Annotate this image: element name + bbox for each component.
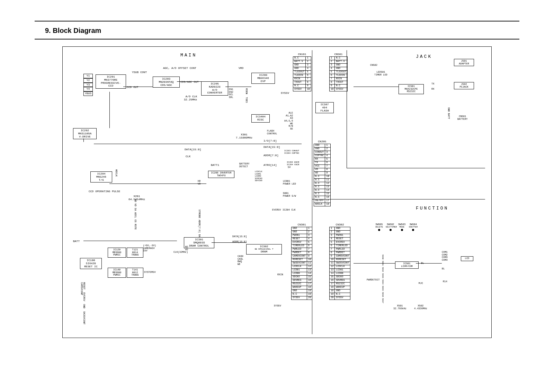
seg-lines: SEG0 SEG1 SEG2 SEG3 SEG4 SEG5 SEG6 SEG7 xyxy=(381,255,384,303)
sys5v-b: SYS5V xyxy=(274,305,281,308)
ic501-func: IC501 LCOM/COM xyxy=(395,261,419,269)
ic304-box: IC3404 RISC xyxy=(251,114,270,123)
flash-ctrl: FLASH CONTROL xyxy=(267,130,277,135)
bottom-sigs: RESET EVCR5V GND SK35VCONT CAMSVCONT xyxy=(80,282,85,338)
ic307-pins: ALE A1,A2 A3 A4,5,6 WE R/B SE xyxy=(284,112,293,131)
ic201-desc: PROGRESSIVE- CCD xyxy=(97,82,125,88)
addr-bus: ADDR[7:0] xyxy=(263,154,278,157)
t121-box: T121 H014 TRANS xyxy=(127,248,143,258)
le001: LE001 POWER LED xyxy=(283,180,296,185)
batt1: BATT1 xyxy=(211,164,219,167)
s001: S001 POWER S/W xyxy=(283,192,296,197)
ysub-cont: YSUB CONT xyxy=(132,71,147,74)
ic120-box: IC120 MB3800 PWMIC xyxy=(108,248,126,258)
ic208-top-sigs: EN1 EN2 SCL SDL xyxy=(229,88,233,99)
divider-func-top xyxy=(312,199,485,199)
vrd: VRD xyxy=(239,67,243,70)
agc-offset: AGC, A/D OFFSET CONT xyxy=(163,67,196,70)
ic203-box: IC203 MN2036FAQ CDS/AGC xyxy=(153,77,180,88)
ic208-inverter: IC208 INVERTER TWO4FU xyxy=(208,171,234,178)
5v-note: 5V xyxy=(288,166,291,169)
divider-jack-bottom xyxy=(347,168,485,168)
x502: X502 4.4336MHz xyxy=(414,305,427,310)
function-label: FUNCTION xyxy=(416,206,448,211)
cn501-batt: CN501 BATTERY xyxy=(457,115,467,121)
switches: SW505DELETE SW502SELFTIMER SW503MODE SW5… xyxy=(374,223,418,232)
led501: LED501 TIMER LED xyxy=(374,71,387,76)
io-bus: I/O[7:0] xyxy=(263,140,277,143)
data-bus: DATA[15:0] xyxy=(263,146,280,149)
ic202-box: IC202 MN3110SA V-DRIVE xyxy=(73,128,97,139)
j502: J502 PCJACK xyxy=(454,82,474,89)
jack-label: JACK xyxy=(416,54,432,59)
evcr5v: EVCR5V xyxy=(272,209,281,212)
cn101: CN101 N.C1BATT.V2GND3GND4TLEDOUT5TLEDIN6… xyxy=(293,53,311,91)
cn205-ext: IC203 CONOUT IC204 COPYNC IC204 HDCR IC2… xyxy=(284,150,299,166)
hdclk: HDCLK xyxy=(115,169,117,177)
diagram-frame: MAIN JACK FUNCTION IC201 MN3776RE PROGRE… xyxy=(62,46,492,338)
gnd-batt: GND BATT xyxy=(447,107,450,119)
x501: X501 32.768kHz xyxy=(393,305,406,310)
tg-pins: HD VD SA ADCL OS RSTE xyxy=(134,199,136,230)
tx-rx: TX RX xyxy=(431,83,434,91)
r14: R14 xyxy=(443,280,447,283)
ic208-left-sigs: RSEN TGES xyxy=(245,88,248,103)
ccd-op-pulse: CCD OPERATING PULSE xyxy=(89,190,120,193)
ic205-box: IC205 KAD0228 A/D CONVERTER xyxy=(201,81,228,96)
lcd-box: LCD xyxy=(461,256,473,261)
ic204clk: IC204 CLK xyxy=(283,209,296,212)
batt-detect: BATTERY DETECT xyxy=(239,163,249,168)
mjc: MJC xyxy=(419,282,423,285)
rxin: RXIN xyxy=(277,274,283,276)
ic140-box: IC140 MB3800 PWMIC xyxy=(108,268,126,278)
hd-vd: HDVD xyxy=(198,180,200,185)
ad-clk: A/D CLK 32.25MHz xyxy=(184,95,197,101)
cn502-name: CN502 xyxy=(370,64,377,67)
ic201-box: IC201 MN3776RE PROGRESSIVE- CCD xyxy=(96,74,126,89)
lcd-sigs: LCDCLK LCDR1 LCDR0 SCRCKO SDVIDO xyxy=(255,171,262,182)
x301: X301 7.15909MHz xyxy=(236,133,252,140)
sys5v-rail: SYSTEM5V xyxy=(144,271,156,274)
t141-box: T141 H012 TRANS xyxy=(127,268,143,278)
ic208-box: IC208 MB86346 EVP xyxy=(251,73,275,84)
clk-lbl: CLK xyxy=(186,155,190,158)
ic302-extra: CASH CASL BWQ WE xyxy=(238,255,243,266)
cn301: CN301 GND1GND2PWON13RESET4EVCR5V5TIMERLE… xyxy=(291,223,312,300)
ic307-box: IC307 494 FLASH xyxy=(315,102,334,113)
ic204-box: IC204 MN5246 T/G xyxy=(90,171,112,182)
sys5v-net1: SYS5V xyxy=(281,92,289,95)
batt-label: BATT xyxy=(73,240,80,243)
top-rule xyxy=(35,21,519,21)
data-bus-2: DATA[15:0] xyxy=(185,148,201,151)
cn501: CN501 1N.C2BATT.V3GND4GND5TLEDOUT6TLEDIN… xyxy=(329,53,348,91)
ic301-box: IC301 SMQ0EGS DRAM CONTROL xyxy=(184,237,214,248)
x201: X201 64.5454MHz xyxy=(128,195,145,201)
bl: BL xyxy=(442,268,445,270)
ic501-jack: IC501 MAX232CPE RS232C xyxy=(399,84,424,94)
pwrdetect: PWRDETECT xyxy=(367,279,380,282)
cn205: CN205 GND1GND2CONOUT3COPYNC4RX5TX6VCC7VD… xyxy=(314,140,331,206)
y-pins: Y1 Y2 Y3 Y4 YBUS xyxy=(83,74,93,96)
atr-bus: ATRO[14] xyxy=(263,164,277,167)
page: 9. Block Diagram MAIN JACK FUNCTION IC20… xyxy=(0,21,554,392)
ic301-sigs: HD VD CLK(32MHz) xyxy=(173,246,188,254)
com-lines: COM1 COM2 COM3 COM4 xyxy=(442,251,448,262)
under-title-rule xyxy=(35,39,519,39)
ic100-box: IC100 SI6420 RESET IC xyxy=(80,258,102,269)
section-title: 9. Block Diagram xyxy=(45,27,554,35)
ic302-box: IC302 SE KM416C256L T DRAM xyxy=(246,244,282,255)
main-label: MAIN xyxy=(180,53,197,58)
j501: J501 ADAPTER xyxy=(454,59,474,66)
cn302: CN302 1GND2GND3PWON14RESET5EVCR5V6TIMERL… xyxy=(329,223,350,300)
pwr-rails: (+5V,-5V) CAMERA5V 15V xyxy=(143,244,156,252)
